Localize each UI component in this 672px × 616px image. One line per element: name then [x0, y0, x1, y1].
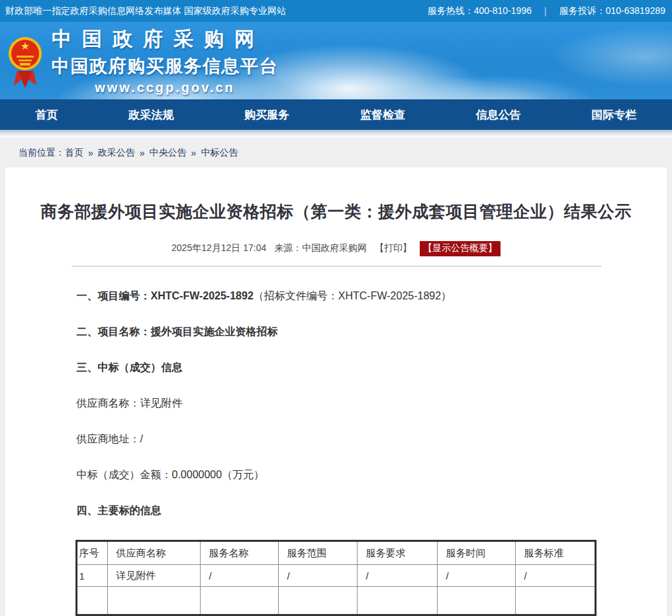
column-header-service-scope: 服务范围 [278, 541, 357, 565]
cell-service-standard [515, 587, 595, 615]
cell-service-scope [278, 587, 357, 615]
announcement-meta: 2025年12月12日 17:04 来源：中国政府采购网 【打印】 【显示公告概… [5, 241, 667, 256]
platform-name: 中国政府购买服务信息平台 [52, 54, 278, 78]
column-header-seq: 序号 [76, 541, 107, 565]
paragraph-award-info-heading: 三、中标（成交）信息 [77, 361, 601, 374]
breadcrumb: 当前位置： 首页 » 政采公告 » 中央公告 » 中标公告 [0, 138, 672, 168]
nav-item-purchase-services[interactable]: 购买服务 [238, 105, 296, 125]
publish-datetime: 2025年12月12日 17:04 [171, 242, 266, 253]
print-button[interactable]: 【打印】 [375, 242, 412, 253]
breadcrumb-label: 当前位置： [19, 147, 65, 159]
title-divider [72, 266, 601, 267]
cell-service-standard: / [515, 565, 595, 587]
service-complaint: 服务投诉：010-63819289 [559, 5, 665, 17]
column-header-service-standard: 服务标准 [515, 541, 595, 565]
breadcrumb-separator: » [140, 148, 145, 158]
paragraph-main-subject-heading: 四、主要标的信息 [77, 504, 601, 517]
cell-supplier-name [107, 587, 200, 615]
nav-item-supervision[interactable]: 监督检查 [354, 105, 412, 125]
table-header-row: 序号 供应商名称 服务名称 服务范围 服务要求 服务时间 服务标准 [76, 541, 595, 565]
topbar-divider: ｜ [541, 5, 550, 17]
cell-supplier-name: 详见附件 [107, 565, 200, 587]
nav-item-announcements[interactable]: 信息公告 [469, 105, 528, 125]
cell-service-time: / [437, 565, 515, 587]
column-header-service-name: 服务名称 [200, 541, 278, 565]
column-header-service-time: 服务时间 [437, 541, 515, 565]
cell-service-name [200, 587, 278, 615]
paragraph-award-amount: 中标（成交）金额：0.0000000（万元） [77, 468, 601, 482]
content-panel: 商务部援外项目实施企业资格招标（第一类：援外成套项目管理企业）结果公示 2025… [5, 168, 667, 616]
breadcrumb-separator: » [191, 148, 197, 158]
breadcrumb-home[interactable]: 首页 [65, 147, 83, 159]
breadcrumb-award-notices[interactable]: 中标公告 [201, 147, 238, 159]
cell-service-scope: / [278, 565, 357, 587]
table-row-empty [76, 587, 595, 615]
announcement-title: 商务部援外项目实施企业资格招标（第一类：援外成套项目管理企业）结果公示 [5, 201, 667, 223]
service-hotline: 服务热线：400-810-1996 [428, 5, 532, 17]
breadcrumb-central-notices[interactable]: 中央公告 [150, 147, 187, 159]
site-name: 中国政府采购网 [52, 26, 278, 53]
cell-seq [76, 587, 107, 615]
nav-item-regulations[interactable]: 政采法规 [122, 105, 180, 125]
site-url: www.ccgp.gov.cn [52, 80, 278, 95]
cell-service-name: / [200, 565, 278, 587]
nav-item-international[interactable]: 国际专栏 [585, 105, 644, 125]
cell-service-requirement [357, 587, 437, 615]
cell-seq: 1 [76, 565, 107, 587]
source-label: 来源：中国政府采购网 [274, 242, 367, 253]
site-header[interactable]: ★ 中国政府采购网 中国政府购买服务信息平台 www.ccgp.gov.cn [0, 22, 672, 99]
site-slogan: 财政部唯一指定政府采购信息网络发布媒体 国家级政府采购专业网站 [5, 5, 286, 17]
cell-service-requirement: / [357, 565, 437, 587]
main-nav: 首页 政采法规 购买服务 监督检查 信息公告 国际专栏 [0, 99, 672, 130]
main-subject-table: 序号 供应商名称 服务名称 服务范围 服务要求 服务时间 服务标准 1 详见附件… [75, 540, 597, 616]
column-header-supplier-name: 供应商名称 [107, 541, 200, 565]
breadcrumb-separator: » [88, 148, 93, 158]
paragraph-supplier-address: 供应商地址：/ [77, 433, 601, 446]
paragraph-project-number: 一、项目编号：XHTC-FW-2025-1892（招标文件编号：XHTC-FW-… [77, 289, 601, 303]
national-emblem-icon: ★ [8, 32, 42, 89]
breadcrumb-procurement-notices[interactable]: 政采公告 [98, 147, 135, 159]
nav-shadow-strip [0, 130, 672, 138]
paragraph-project-name: 二、项目名称：援外项目实施企业资格招标 [77, 325, 601, 338]
column-header-service-requirement: 服务要求 [357, 541, 437, 565]
table-row: 1 详见附件 / / / / / [76, 565, 595, 587]
site-logo[interactable]: ★ 中国政府采购网 中国政府购买服务信息平台 www.ccgp.gov.cn [0, 26, 278, 95]
nav-item-home[interactable]: 首页 [28, 105, 64, 125]
announcement-body: 一、项目编号：XHTC-FW-2025-1892（招标文件编号：XHTC-FW-… [72, 266, 601, 616]
show-summary-button[interactable]: 【显示公告概要】 [420, 241, 501, 256]
paragraph-supplier-name: 供应商名称：详见附件 [77, 397, 601, 410]
top-utility-bar: 财政部唯一指定政府采购信息网络发布媒体 国家级政府采购专业网站 服务热线：400… [0, 0, 672, 22]
svg-text:★: ★ [21, 40, 30, 52]
cell-service-time [437, 587, 515, 615]
